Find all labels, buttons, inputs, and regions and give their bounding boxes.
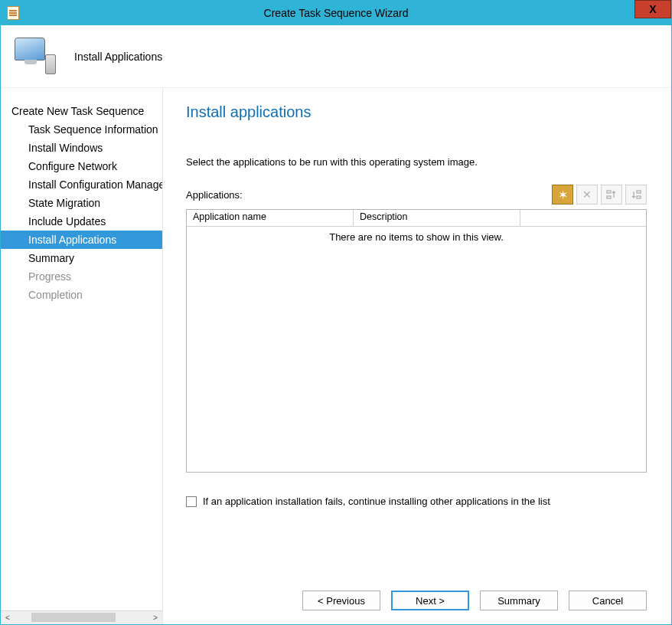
close-button[interactable]: X (634, 0, 671, 18)
continue-on-fail-label: If an application installation fails, co… (203, 496, 550, 507)
move-down-button (625, 185, 647, 205)
move-up-icon (606, 189, 617, 200)
nav-install-config-manager[interactable]: Install Configuration Manager (1, 175, 162, 194)
sidebar: Create New Task Sequence Task Sequence I… (1, 88, 163, 624)
nav-install-applications[interactable]: Install Applications (1, 231, 162, 249)
nav-state-migration[interactable]: State Migration (1, 194, 162, 212)
footer: < Previous Next > Summary Cancel (186, 574, 647, 615)
main-panel: Install applications Select the applicat… (163, 88, 671, 624)
header-title: Install Applications (74, 51, 162, 63)
nav-completion: Completion (1, 286, 162, 304)
continue-on-fail-row[interactable]: If an application installation fails, co… (186, 496, 647, 507)
sidebar-scrollbar[interactable]: < > (1, 610, 162, 624)
move-up-button (601, 185, 622, 205)
page-title: Install applications (186, 103, 647, 121)
applications-grid[interactable]: Application name Description There are n… (186, 209, 647, 473)
scroll-right-icon[interactable]: > (148, 611, 162, 624)
cancel-button[interactable]: Cancel (569, 591, 647, 610)
nav-task-sequence-info[interactable]: Task Sequence Information (1, 120, 162, 139)
titlebar: Create Task Sequence Wizard X (1, 1, 671, 25)
column-spacer (520, 210, 646, 226)
nav-include-updates[interactable]: Include Updates (1, 212, 162, 231)
nav-install-windows[interactable]: Install Windows (1, 139, 162, 157)
svg-rect-1 (607, 196, 611, 198)
new-item-button[interactable]: ✶ (552, 185, 573, 205)
scroll-left-icon[interactable]: < (1, 611, 15, 624)
svg-rect-3 (637, 196, 641, 198)
grid-header: Application name Description (187, 210, 646, 227)
column-description[interactable]: Description (354, 210, 520, 226)
nav-tree: Create New Task Sequence Task Sequence I… (1, 88, 162, 610)
wizard-window: Create Task Sequence Wizard X Install Ap… (0, 0, 672, 625)
nav-root[interactable]: Create New Task Sequence (1, 102, 162, 120)
continue-on-fail-checkbox[interactable] (186, 496, 197, 507)
nav-summary[interactable]: Summary (1, 249, 162, 267)
scroll-thumb[interactable] (31, 613, 116, 622)
next-button[interactable]: Next > (391, 591, 469, 610)
star-icon: ✶ (558, 188, 568, 202)
move-down-icon (631, 189, 641, 200)
instruction-text: Select the applications to be run with t… (186, 156, 647, 168)
computer-icon (15, 38, 56, 76)
summary-button[interactable]: Summary (480, 591, 558, 610)
previous-button[interactable]: < Previous (302, 591, 380, 610)
x-icon: ✕ (582, 188, 592, 201)
window-title: Create Task Sequence Wizard (1, 7, 671, 19)
scroll-track[interactable] (15, 611, 148, 624)
delete-button: ✕ (576, 185, 598, 205)
body: Create New Task Sequence Task Sequence I… (1, 88, 671, 624)
svg-rect-2 (637, 191, 641, 193)
applications-toolbar: ✶ ✕ (552, 185, 647, 205)
nav-configure-network[interactable]: Configure Network (1, 157, 162, 175)
nav-progress: Progress (1, 267, 162, 286)
applications-label: Applications: (186, 189, 243, 201)
column-application-name[interactable]: Application name (187, 210, 354, 226)
header: Install Applications (1, 25, 671, 88)
svg-rect-0 (607, 191, 611, 193)
grid-empty-text: There are no items to show in this view. (187, 227, 646, 472)
